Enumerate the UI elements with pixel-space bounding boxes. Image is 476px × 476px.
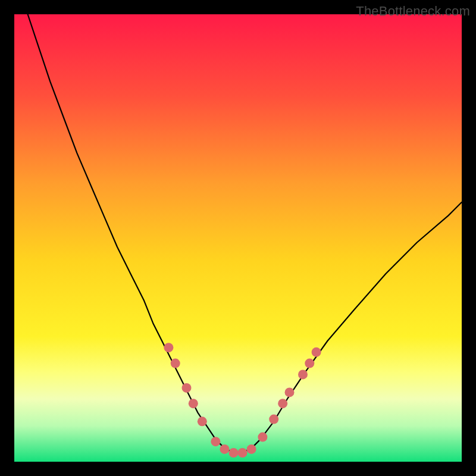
highlight-dot: [171, 359, 180, 368]
chart-svg: [14, 14, 462, 462]
highlight-dot: [269, 415, 278, 424]
highlight-dot: [258, 433, 267, 442]
highlight-dot: [182, 383, 192, 393]
plot-area: [14, 14, 462, 462]
chart-frame: TheBottleneck.com: [0, 0, 476, 476]
gradient-background: [14, 14, 462, 462]
highlight-dot: [298, 369, 308, 379]
watermark-text: TheBottleneck.com: [356, 4, 470, 19]
highlight-dot: [305, 359, 314, 368]
highlight-dot: [247, 444, 256, 454]
highlight-dot: [189, 399, 198, 408]
highlight-dot: [211, 437, 220, 446]
highlight-dot: [220, 444, 229, 454]
highlight-dot: [198, 416, 207, 426]
highlight-dot: [238, 448, 248, 458]
highlight-dot: [285, 387, 295, 397]
highlight-dot: [278, 399, 287, 408]
highlight-dot: [164, 343, 173, 352]
highlight-dot: [312, 347, 321, 357]
highlight-dot: [229, 448, 239, 458]
